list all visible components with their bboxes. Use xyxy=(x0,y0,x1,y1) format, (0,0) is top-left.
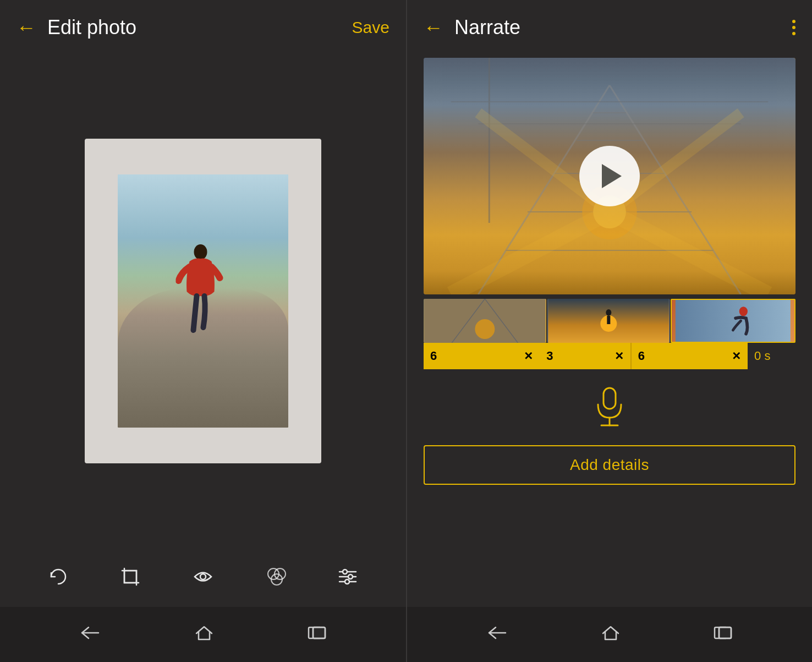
svg-rect-14 xyxy=(313,627,325,638)
segment-1[interactable]: 6 ✕ xyxy=(424,343,540,369)
svg-line-30 xyxy=(451,212,610,294)
person-silhouette xyxy=(176,242,226,341)
thumb-2[interactable] xyxy=(547,299,670,343)
left-top-bar: ← Edit photo Save xyxy=(0,0,406,55)
svg-line-31 xyxy=(610,212,768,294)
right-content: 6 ✕ 3 ✕ 6 ✕ 0 s xyxy=(407,55,812,607)
left-nav-back[interactable] xyxy=(80,625,101,644)
svg-point-41 xyxy=(739,307,748,316)
photo-frame-outer xyxy=(85,139,321,463)
svg-rect-1 xyxy=(124,571,136,583)
dot-1 xyxy=(792,20,795,23)
left-title: Edit photo xyxy=(47,16,352,39)
svg-point-0 xyxy=(194,244,207,260)
svg-rect-42 xyxy=(603,388,616,409)
seg-2-duration: 3 xyxy=(546,349,553,363)
seg-1-remove[interactable]: ✕ xyxy=(524,349,533,363)
adjust-tool[interactable] xyxy=(331,560,364,593)
seg-1-duration: 6 xyxy=(430,349,437,363)
timeline-labels: 6 ✕ 3 ✕ 6 ✕ 0 s xyxy=(424,343,795,369)
photo-frame-inner xyxy=(118,174,288,428)
left-nav-recents[interactable] xyxy=(308,625,326,644)
svg-point-2 xyxy=(200,574,206,579)
right-back-button[interactable]: ← xyxy=(424,16,443,39)
add-details-button[interactable]: Add details xyxy=(424,445,795,485)
left-back-button[interactable]: ← xyxy=(17,16,36,39)
more-options-button[interactable] xyxy=(792,20,795,35)
right-bottom-nav xyxy=(407,607,812,662)
mic-section[interactable] xyxy=(594,369,626,440)
right-panel: ← Narrate xyxy=(406,0,812,662)
right-nav-recents[interactable] xyxy=(714,625,732,644)
timeline-section: 6 ✕ 3 ✕ 6 ✕ 0 s xyxy=(424,299,795,369)
save-button[interactable]: Save xyxy=(352,18,389,37)
filter-tool[interactable] xyxy=(186,560,220,593)
svg-point-9 xyxy=(343,570,347,574)
right-title: Narrate xyxy=(454,16,792,39)
seg-3-remove[interactable]: ✕ xyxy=(732,349,741,363)
left-bottom-nav xyxy=(0,607,406,662)
video-preview[interactable] xyxy=(424,58,795,294)
thumb-3[interactable] xyxy=(671,299,795,343)
color-tool[interactable] xyxy=(259,560,292,593)
seg-2-remove[interactable]: ✕ xyxy=(615,349,624,363)
segment-3[interactable]: 6 ✕ xyxy=(630,343,748,369)
photo-scene xyxy=(118,174,288,428)
left-content xyxy=(0,55,406,546)
svg-rect-40 xyxy=(676,300,791,342)
svg-point-38 xyxy=(606,309,611,316)
time-remaining: 0 s xyxy=(748,343,795,369)
svg-point-10 xyxy=(348,575,353,579)
svg-point-33 xyxy=(475,319,495,339)
right-top-bar: ← Narrate xyxy=(407,0,812,55)
right-nav-back[interactable] xyxy=(487,625,508,644)
rotate-tool[interactable] xyxy=(42,560,75,593)
svg-point-11 xyxy=(345,579,349,584)
svg-rect-39 xyxy=(607,316,610,324)
svg-rect-47 xyxy=(719,627,731,638)
right-nav-home[interactable] xyxy=(601,625,621,645)
dot-3 xyxy=(792,32,795,35)
crop-tool[interactable] xyxy=(114,560,147,593)
dot-2 xyxy=(792,26,795,29)
tools-bar xyxy=(0,546,406,607)
play-button[interactable] xyxy=(579,146,640,206)
thumb-1[interactable] xyxy=(424,299,546,343)
left-panel: ← Edit photo Save xyxy=(0,0,406,662)
timeline-thumbnails xyxy=(424,299,795,343)
play-icon xyxy=(602,164,622,188)
left-nav-home[interactable] xyxy=(194,625,214,645)
seg-3-duration: 6 xyxy=(638,349,645,363)
segment-2[interactable]: 3 ✕ xyxy=(540,343,630,369)
